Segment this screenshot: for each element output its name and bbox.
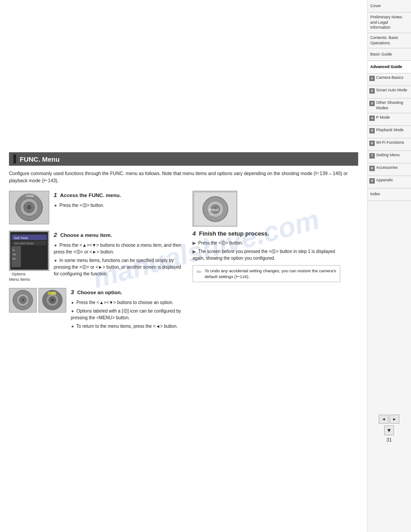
sidebar-items-container: CoverPreliminary Notes and Legal Informa…: [368, 0, 411, 201]
step-1-image: FUNC: [9, 191, 49, 224]
sidebar-item-14[interactable]: Index: [368, 189, 411, 201]
svg-text:2s: 2s: [13, 249, 15, 251]
bookmark-icon[interactable]: ▼: [384, 425, 394, 435]
sidebar-item-7[interactable]: 3Other Shooting Modes: [368, 99, 411, 113]
main-content: FUNC. Menu Configure commonly used funct…: [0, 0, 367, 532]
sidebar-num-5: 1: [369, 76, 375, 81]
step-4-num: 4: [193, 230, 196, 237]
sidebar-label-5: Camera Basics: [376, 75, 403, 81]
sidebar-item-5[interactable]: 1Camera Basics: [368, 73, 411, 86]
intro-text: Configure commonly used functions throug…: [9, 170, 349, 184]
camera-round-image: FUNC: [9, 191, 49, 224]
step-1: FUNC 1 Access the FUNC. menu. ● Press th…: [9, 191, 184, 224]
step-3-bullet-2: ● Options labeled with a [Ⓠ] icon can be…: [71, 308, 184, 321]
sidebar-item-4[interactable]: Advanced Guide: [368, 61, 411, 73]
sidebar-label-3: Basic Guide: [370, 52, 392, 57]
sidebar-label-12: Accessories: [376, 165, 398, 171]
sidebar-num-8: 4: [369, 116, 375, 121]
sidebar-num-11: 7: [369, 153, 375, 159]
sidebar-num-12: 8: [369, 166, 375, 171]
sidebar-item-8[interactable]: 4P Mode: [368, 113, 411, 126]
sidebar-item-12[interactable]: 8Accessories: [368, 163, 411, 176]
prev-arrow[interactable]: ◄: [379, 415, 389, 424]
step-4-bullet-1: ▶ Press the <Ⓠ> button.: [193, 240, 340, 246]
sidebar-num-9: 5: [369, 128, 375, 133]
sidebar-item-9[interactable]: 5Playback Mode: [368, 126, 411, 138]
sidebar-num-13: 9: [369, 178, 375, 184]
step-4-image: FUNC SET: [193, 191, 237, 227]
sidebar-item-10[interactable]: 6Wi-Fi Functions: [368, 138, 411, 151]
menu-items-label: Menu Items: [9, 277, 49, 282]
step-1-bullet-1: ● Press the <Ⓠ> button.: [54, 202, 121, 209]
step-3-image: 2s: [9, 288, 66, 313]
section-title-text: FUNC. Menu: [20, 155, 60, 163]
step-3-num: 3: [71, 289, 74, 296]
menu-screen-image: Self-Timer Set Self-Timer 2s 10s Off: [9, 231, 49, 271]
step-2-bullet-2: ● In some menu items, functions can be s…: [54, 257, 184, 277]
sidebar-label-13: Appendix: [376, 178, 393, 183]
steps-area: FUNC 1 Access the FUNC. menu. ● Press th…: [9, 191, 358, 338]
sidebar-label-0: Cover: [370, 4, 381, 9]
title-bar-decoration: [13, 154, 16, 163]
step-1-header: 1 Access the FUNC. menu.: [54, 191, 121, 200]
step-2-text: 2 Choose a menu item. ● Press the <▲><▼>…: [54, 231, 184, 279]
camera-left: [9, 288, 37, 313]
two-cameras-image: 2s: [9, 288, 66, 313]
step-4-header: 4 Finish the setup process.: [193, 230, 340, 237]
left-steps: FUNC 1 Access the FUNC. menu. ● Press th…: [9, 191, 184, 338]
page-area: ◄ ► ▼ 31: [367, 415, 411, 442]
sidebar-label-4: Advanced Guide: [370, 64, 402, 70]
step-2-content: Self-Timer Set Self-Timer 2s 10s Off Opt…: [9, 231, 184, 282]
step-1-content: FUNC 1 Access the FUNC. menu. ● Press th…: [9, 191, 184, 224]
step-1-text: 1 Access the FUNC. menu. ● Press the <Ⓠ>…: [54, 191, 121, 211]
sidebar-label-10: Wi-Fi Functions: [376, 140, 404, 146]
sidebar-item-3[interactable]: Basic Guide: [368, 48, 411, 61]
step-2-header: 2 Choose a menu item.: [54, 231, 184, 240]
step-3-bullet-3: ● To return to the menu items, press the…: [71, 323, 184, 330]
svg-text:FUNC: FUNC: [209, 208, 219, 212]
sidebar-label-11: Setting Menu: [376, 153, 400, 158]
nav-arrows: ◄ ►: [379, 415, 399, 424]
svg-text:2s: 2s: [49, 292, 51, 295]
sidebar-num-10: 6: [369, 141, 375, 146]
sidebar-num-7: 3: [369, 101, 375, 106]
svg-point-3: [27, 205, 31, 210]
sidebar-item-13[interactable]: 9Appendix: [368, 176, 411, 189]
step-2-num: 2: [54, 232, 57, 238]
sidebar-label-6: Smart Auto Mode: [376, 88, 407, 93]
step-3-text: 3 Choose an option. ● Press the <▲><▼> b…: [71, 288, 184, 332]
sidebar-item-1[interactable]: Preliminary Notes and Legal Information: [368, 13, 411, 33]
sidebar-item-11[interactable]: 7Setting Menu: [368, 151, 411, 163]
step-3-content: 2s 3 Choose an option. ● Press the <▲>: [9, 288, 184, 332]
step-4-finish-text: ▶ Press the <Ⓠ> button. ▶ The screen bef…: [193, 240, 340, 262]
note-box: ✏ To undo any accidental setting changes…: [193, 265, 340, 283]
svg-text:10s: 10s: [13, 253, 17, 256]
options-label: Options: [12, 272, 49, 276]
next-arrow[interactable]: ►: [390, 415, 399, 424]
svg-text:Set Self-Timer: Set Self-Timer: [14, 242, 34, 245]
step-3-bullet-1: ● Press the <▲><▼> buttons to choose an …: [71, 299, 184, 306]
step-2: Self-Timer Set Self-Timer 2s 10s Off Opt…: [9, 231, 184, 282]
svg-text:SET: SET: [209, 213, 214, 216]
svg-point-18: [21, 299, 24, 301]
sidebar-item-6[interactable]: 2Smart Auto Mode: [368, 86, 411, 99]
right-steps: FUNC SET 4 Finish the setup process. ▶ P…: [188, 191, 340, 338]
sidebar-item-0[interactable]: Cover: [368, 0, 411, 13]
step-2-image: Self-Timer Set Self-Timer 2s 10s Off Opt…: [9, 231, 49, 282]
menu-labels: Options Menu Items: [9, 272, 49, 282]
sidebar-label-8: P Mode: [376, 115, 390, 120]
step-2-bullet-1: ● Press the <▲><▼> buttons to choose a m…: [54, 242, 184, 255]
sidebar-label-9: Playback Mode: [376, 128, 404, 133]
sidebar-item-2[interactable]: Contents: Basic Operations: [368, 33, 411, 48]
sidebar-label-14: Index: [370, 192, 380, 197]
svg-text:Off: Off: [13, 257, 16, 260]
note-text: To undo any accidental setting changes, …: [205, 268, 336, 280]
sidebar-label-2: Contents: Basic Operations: [370, 35, 408, 46]
sidebar-label-1: Preliminary Notes and Legal Information: [370, 15, 408, 30]
camera-right: 2s: [39, 288, 66, 313]
step-4-bullet-2: ▶ The screen before you pressed the <Ⓠ> …: [193, 248, 340, 262]
svg-point-22: [51, 299, 54, 301]
note-icon: ✏: [197, 268, 202, 277]
svg-text:FUNC: FUNC: [27, 195, 35, 197]
sidebar: CoverPreliminary Notes and Legal Informa…: [367, 0, 411, 532]
